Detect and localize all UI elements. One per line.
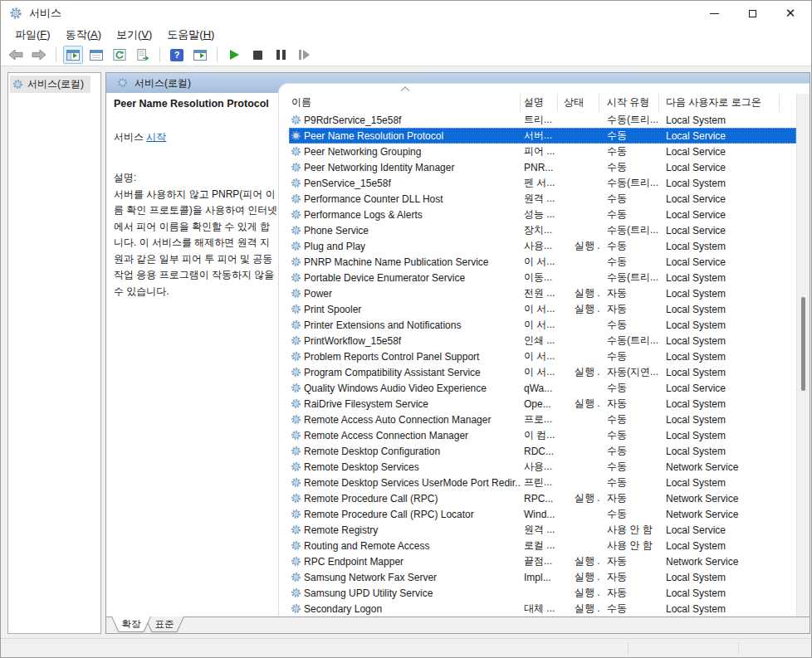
service-gear-icon <box>291 383 301 393</box>
table-row[interactable]: Remote Desktop Services 사용... 수동 Network… <box>289 459 796 475</box>
table-row[interactable]: RaiDrive Filesystem Service Ope... 실행 ..… <box>289 396 796 412</box>
table-row[interactable]: Power 전원 ... 실행 ... 자동 Local System <box>289 285 796 301</box>
table-row[interactable]: PrintWorkflow_15e58f 인쇄 ... 수동(트리... Loc… <box>289 333 796 348</box>
table-row[interactable]: Samsung Network Fax Server Impl... 실행 ..… <box>289 569 796 585</box>
close-button[interactable]: ✕ <box>771 1 810 26</box>
service-logon-as: Local Service <box>659 207 780 222</box>
table-row[interactable]: Remote Access Auto Connection Manager 프로… <box>289 412 796 427</box>
export-list-button[interactable] <box>133 46 153 64</box>
service-name: Program Compatibility Assistant Service <box>304 367 481 378</box>
table-row[interactable]: Peer Networking Grouping 피어 ... 수동 Local… <box>289 144 796 159</box>
table-row[interactable]: Problem Reports Control Panel Support 이 … <box>289 348 796 364</box>
table-row[interactable]: Secondary Logon 대체 ... 실행 ... 수동 Local S… <box>289 601 796 617</box>
service-status <box>558 538 599 553</box>
service-name: Peer Name Resolution Protocol <box>304 130 443 142</box>
vertical-scrollbar[interactable] <box>796 94 810 617</box>
table-row[interactable]: PNRP Machine Name Publication Service 이 … <box>289 254 796 270</box>
table-row[interactable]: Remote Procedure Call (RPC) Locator Wind… <box>289 506 796 522</box>
service-gear-icon <box>291 446 301 456</box>
table-row[interactable]: Portable Device Enumerator Service 이동...… <box>289 270 796 285</box>
service-description: Impl... <box>521 569 558 585</box>
title-bar[interactable]: 서비스 ✕ <box>1 1 811 26</box>
table-row[interactable]: Remote Desktop Configuration RDC... 수동 L… <box>289 443 796 459</box>
service-name: Remote Access Connection Manager <box>304 430 468 441</box>
resume-service-button[interactable] <box>294 46 314 64</box>
service-description: 원격 ... <box>521 522 558 538</box>
table-row[interactable]: Remote Procedure Call (RPC) RPC... 실행 ..… <box>289 490 796 506</box>
service-logon-as: Network Service <box>659 490 780 506</box>
service-name: Performance Counter DLL Host <box>304 193 443 205</box>
table-row[interactable]: Remote Desktop Services UserMode Port Re… <box>289 475 796 490</box>
table-row[interactable]: Peer Name Resolution Protocol 서버... 수동 L… <box>289 128 796 144</box>
table-row[interactable]: Phone Service 장치... 수동(트리... Local Servi… <box>289 222 796 238</box>
column-header-description[interactable]: 설명 <box>521 94 558 112</box>
table-row[interactable]: P9RdrService_15e58f 트리... 수동(트리... Local… <box>289 112 796 128</box>
service-status: 실행 ... <box>558 285 599 301</box>
service-status <box>558 427 599 443</box>
toolbar-separator <box>159 47 160 62</box>
table-row[interactable]: Routing and Remote Access 로컬 ... 사용 안 함 … <box>289 538 796 553</box>
table-row[interactable]: PenService_15e58f 펜 서... 수동(트리... Local … <box>289 175 796 191</box>
pause-service-button[interactable] <box>271 46 291 64</box>
service-rows: P9RdrService_15e58f 트리... 수동(트리... Local… <box>289 112 796 617</box>
column-header-name[interactable]: 이름 <box>289 94 521 112</box>
help-button[interactable]: ? <box>167 46 187 64</box>
service-description: 원격 ... <box>521 191 558 207</box>
table-row[interactable]: Performance Counter DLL Host 원격 ... 수동 L… <box>289 191 796 207</box>
table-row[interactable]: Plug and Play 사용... 실행 ... 수동 Local Syst… <box>289 238 796 254</box>
start-service-button[interactable] <box>224 46 244 64</box>
service-startup-type: 자동 <box>599 396 659 412</box>
back-button[interactable] <box>6 46 26 64</box>
properties-button[interactable] <box>86 46 106 64</box>
minimize-button[interactable] <box>695 1 733 26</box>
service-status <box>558 443 599 459</box>
table-row[interactable]: Peer Networking Identity Manager PNR... … <box>289 159 796 175</box>
service-gear-icon <box>291 304 301 314</box>
table-row[interactable]: Remote Access Connection Manager 이 컴... … <box>289 427 796 443</box>
maximize-icon <box>749 10 756 17</box>
menu-item[interactable]: 파일(F) <box>7 26 58 44</box>
forward-button[interactable] <box>29 46 49 64</box>
service-gear-icon <box>291 178 301 188</box>
menu-item[interactable]: 동작(A) <box>58 26 109 44</box>
table-row[interactable]: Performance Logs & Alerts 성능 ... 수동 Loca… <box>289 207 796 222</box>
table-row[interactable]: Printer Extensions and Notifications 이 서… <box>289 317 796 333</box>
service-gear-icon <box>291 587 301 598</box>
tree-item-services-local[interactable]: 서비스(로컬) <box>10 76 90 93</box>
column-header-startup-type[interactable]: 시작 유형 <box>599 94 659 112</box>
column-header-status[interactable]: 상태 <box>558 94 599 112</box>
status-bar <box>1 638 811 657</box>
table-row[interactable]: Print Spooler 이 서... 실행 ... 자동 Local Sys… <box>289 301 796 317</box>
service-description: 이 서... <box>521 301 558 317</box>
services-window: 서비스 ✕ 파일(F)동작(A)보기(V)도움말(H) <box>0 0 812 658</box>
show-action-pane-button[interactable] <box>190 46 210 64</box>
service-description: 사용... <box>521 238 558 254</box>
table-row[interactable]: Samsung UPD Utility Service 실행 ... 자동 Lo… <box>289 585 796 601</box>
start-service-link[interactable]: 시작 <box>146 131 166 143</box>
tab-extended[interactable]: 확장 <box>111 617 151 632</box>
table-row[interactable]: Remote Registry 원격 ... 사용 안 함 Local Serv… <box>289 522 796 538</box>
stop-service-button[interactable] <box>247 46 267 64</box>
column-header-logon-as[interactable]: 다음 사용자로 로그온 <box>659 94 780 112</box>
table-row[interactable]: RPC Endpoint Mapper 끝점... 실행 ... 자동 Netw… <box>289 553 796 569</box>
show-console-tree-button[interactable] <box>63 46 83 64</box>
maximize-button[interactable] <box>733 1 771 26</box>
scrollbar-thumb[interactable] <box>801 297 805 391</box>
service-logon-as: Network Service <box>659 553 780 569</box>
service-gear-icon <box>291 524 301 535</box>
service-logon-as: Local Service <box>659 191 780 207</box>
service-name: Remote Access Auto Connection Manager <box>304 414 491 426</box>
service-description: 서버... <box>521 128 558 144</box>
table-row[interactable]: Quality Windows Audio Video Experience q… <box>289 380 796 396</box>
refresh-icon <box>113 49 126 61</box>
refresh-button[interactable] <box>110 46 130 64</box>
service-logon-as: Local System <box>659 443 780 459</box>
service-status: 실행 ... <box>558 301 599 317</box>
service-gear-icon <box>291 461 301 472</box>
menu-item[interactable]: 도움말(H) <box>159 26 222 44</box>
table-row[interactable]: Program Compatibility Assistant Service … <box>289 364 796 380</box>
menu-item[interactable]: 보기(V) <box>109 26 159 44</box>
service-name: Remote Procedure Call (RPC) <box>304 493 438 504</box>
service-logon-as: Local System <box>659 364 780 380</box>
service-startup-type: 자동 <box>599 585 659 601</box>
